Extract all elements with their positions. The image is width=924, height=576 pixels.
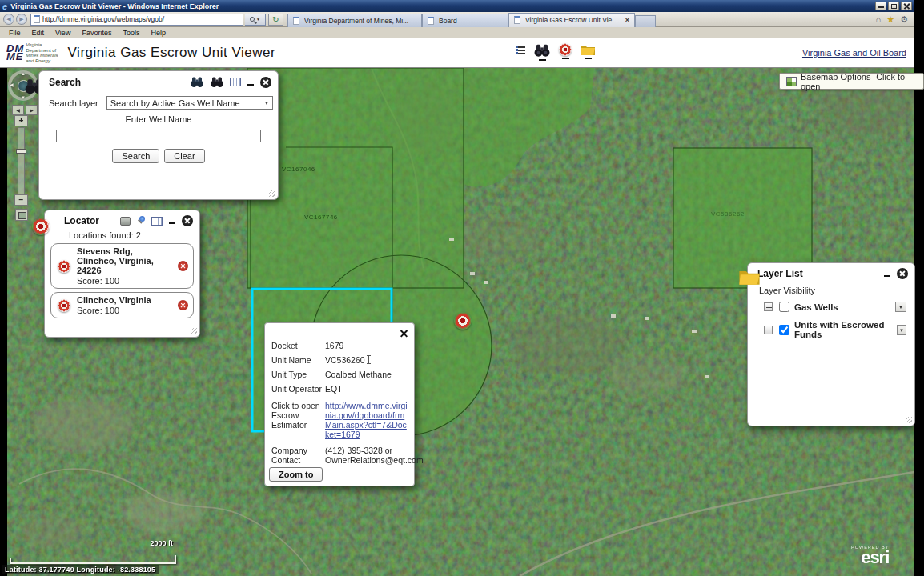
results-table-icon[interactable]: [230, 78, 241, 86]
zoom-in-button[interactable]: +: [14, 115, 28, 126]
feature-popup: Docket 1679 Unit Name VC536260 Unit Type…: [264, 322, 415, 486]
tab-favicon: [428, 17, 434, 25]
zoom-slider-handle[interactable]: [16, 149, 26, 154]
resize-grip[interactable]: [906, 417, 912, 423]
home-icon[interactable]: ⌂: [876, 14, 882, 25]
ie-icon: e: [2, 2, 7, 10]
dmme-logo: DMME Virginia Department of Mines Minera…: [6, 42, 58, 63]
tab-dmme[interactable]: Virginia Department of Mines, Mi...: [287, 14, 422, 27]
browser-chrome: e Virginia Gas Escrow Unit Viewer - Wind…: [0, 0, 914, 68]
binoculars-results-icon[interactable]: [210, 76, 224, 88]
search-binoculars-icon[interactable]: [533, 43, 551, 58]
layerlist-minimize-button[interactable]: [883, 269, 891, 278]
search-panel-header[interactable]: Search: [39, 71, 278, 90]
refresh-button[interactable]: ↻: [268, 14, 283, 26]
scale-line: [10, 557, 176, 564]
locator-result-item[interactable]: Clinchco, Virginia Score: 100: [50, 292, 194, 318]
unit-type-value: Coalbed Methane: [325, 370, 392, 379]
locator-panel-header[interactable]: Locator: [45, 210, 199, 228]
next-extent-button[interactable]: ▶: [26, 105, 38, 115]
menu-help[interactable]: Help: [145, 29, 171, 37]
restore-button[interactable]: [888, 2, 899, 10]
binoculars-icon[interactable]: [190, 76, 204, 88]
minimize-button[interactable]: [875, 2, 886, 10]
layer-menu-button[interactable]: ▼: [895, 302, 906, 312]
layerlist-widget-ghost-icon: [738, 267, 761, 286]
menu-favorites[interactable]: Favorites: [76, 29, 117, 37]
search-minimize-button[interactable]: [247, 78, 255, 87]
search-layer-label: Search layer: [49, 98, 98, 108]
company-contact-value: (412) 395-3328 or OwnerRelations@eqt.com: [325, 446, 413, 465]
coordinates-readout: Latitude: 37.177749 Longitude: -82.33810…: [2, 565, 159, 574]
locator-result-item[interactable]: Stevens Rdg, Clinchco, Virginia, 24226 S…: [50, 243, 194, 289]
remove-result-button[interactable]: [178, 261, 188, 271]
menu-view[interactable]: View: [50, 29, 76, 37]
gas-oil-board-link[interactable]: Virginia Gas and Oil Board: [802, 48, 906, 58]
expand-icon[interactable]: [764, 326, 773, 334]
window-titlebar[interactable]: e Virginia Gas Escrow Unit Viewer - Wind…: [0, 0, 914, 12]
locator-close-button[interactable]: [182, 215, 193, 226]
expand-icon[interactable]: [764, 302, 773, 311]
result-target-icon: [58, 299, 70, 312]
remove-result-button[interactable]: [178, 300, 188, 310]
locator-table-icon[interactable]: [151, 217, 163, 226]
geocoder-icon[interactable]: [120, 217, 131, 226]
forward-button[interactable]: ▶: [16, 14, 27, 25]
resize-grip[interactable]: [269, 190, 275, 197]
result-score: Score: 100: [77, 306, 174, 315]
layerlist-close-button[interactable]: [897, 268, 908, 279]
page-title: Virginia Gas Escrow Unit Viewer: [68, 45, 276, 61]
layerlist-folder-icon[interactable]: [580, 43, 596, 56]
address-bar[interactable]: http://dmme.virginia.gov/webmaps/vgob/: [30, 14, 243, 26]
locate-result-marker[interactable]: [454, 312, 472, 330]
full-extent-button[interactable]: [15, 209, 28, 221]
escrowed-units-checkbox[interactable]: [779, 325, 789, 335]
map-unit-label: VC167746: [304, 214, 338, 221]
menu-file[interactable]: File: [3, 29, 26, 37]
unit-operator-value: EQT: [325, 384, 343, 394]
resize-grip[interactable]: [191, 328, 197, 334]
layer-list-title: Layer List: [757, 268, 803, 279]
tools-gear-icon[interactable]: ⚙: [900, 14, 908, 25]
locator-panel: Locator Locations found: 2 Stevens Rdg, …: [44, 210, 200, 338]
layer-menu-button[interactable]: ▼: [897, 325, 906, 335]
locator-target-icon[interactable]: [559, 43, 572, 56]
select-caret-icon: ▼: [264, 101, 269, 106]
tab-board[interactable]: Board: [422, 14, 508, 27]
search-close-button[interactable]: [260, 77, 271, 88]
search-layer-select[interactable]: Search by Active Gas Well Name ▼: [106, 96, 273, 110]
pushpin-icon[interactable]: [136, 215, 146, 226]
favorites-star-icon[interactable]: ★: [886, 14, 894, 25]
escrow-estimator-link[interactable]: http://www.dmme.virginia.gov/dgoboard/fr…: [325, 401, 408, 439]
pan-west-icon[interactable]: ◀: [10, 82, 14, 87]
menu-tools[interactable]: Tools: [117, 29, 145, 37]
well-name-input[interactable]: [56, 130, 261, 142]
result-score: Score: 100: [77, 276, 174, 286]
zoom-slider[interactable]: [18, 127, 25, 194]
pan-north-icon[interactable]: ▲: [21, 71, 26, 76]
tab-viewer-active[interactable]: Virginia Gas Escrow Unit Viewer ×: [508, 13, 635, 27]
previous-extent-button[interactable]: ◀: [12, 105, 24, 115]
popup-close-icon[interactable]: [400, 329, 408, 338]
menu-edit[interactable]: Edit: [26, 29, 50, 37]
clear-button[interactable]: Clear: [164, 149, 204, 163]
address-url[interactable]: http://dmme.virginia.gov/webmaps/vgob/: [42, 15, 164, 23]
basemap-options-button[interactable]: Basemap Options- Click to open: [779, 73, 924, 90]
pan-south-icon[interactable]: ▼: [21, 95, 26, 100]
app-header: DMME Virginia Department of Mines Minera…: [0, 38, 914, 68]
layer-list-header[interactable]: Layer List: [748, 263, 914, 281]
zoom-to-button[interactable]: Zoom to: [269, 467, 323, 482]
zoom-out-button[interactable]: −: [14, 194, 28, 206]
basemap-grid-icon: [786, 77, 797, 86]
tab-close-icon[interactable]: ×: [625, 16, 629, 24]
close-button[interactable]: [901, 2, 912, 10]
navigation-bar: ◀ ▶ http://dmme.virginia.gov/webmaps/vgo…: [0, 12, 914, 27]
locator-minimize-button[interactable]: [168, 216, 176, 226]
search-dropdown-button[interactable]: ▼: [245, 14, 266, 26]
back-button[interactable]: ◀: [3, 14, 14, 25]
new-tab-stub[interactable]: [635, 15, 656, 27]
gas-wells-checkbox[interactable]: [779, 302, 789, 312]
legend-list-icon[interactable]: [512, 43, 525, 58]
locator-widget-ghost-icon: [32, 218, 50, 235]
search-button[interactable]: Search: [112, 149, 159, 163]
